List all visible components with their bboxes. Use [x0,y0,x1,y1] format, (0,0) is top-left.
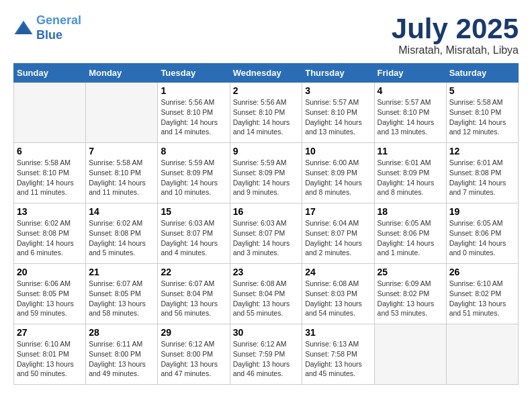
calendar-week-row: 13Sunrise: 6:02 AM Sunset: 8:08 PM Dayli… [14,203,519,264]
logo-blue: Blue [36,28,62,42]
day-info: Sunrise: 6:10 AM Sunset: 8:02 PM Dayligh… [449,279,515,318]
day-info: Sunrise: 6:03 AM Sunset: 8:07 PM Dayligh… [233,218,300,258]
day-number: 7 [89,146,154,156]
day-number: 3 [305,85,371,96]
calendar-cell: 23Sunrise: 6:08 AM Sunset: 8:04 PM Dayli… [230,264,302,324]
day-info: Sunrise: 6:04 AM Sunset: 8:07 PM Dayligh… [305,218,371,258]
day-number: 6 [17,146,83,156]
day-info: Sunrise: 6:08 AM Sunset: 8:04 PM Dayligh… [233,279,300,318]
day-info: Sunrise: 6:00 AM Sunset: 8:09 PM Dayligh… [305,158,371,197]
day-info: Sunrise: 6:07 AM Sunset: 8:05 PM Dayligh… [89,279,154,318]
day-info: Sunrise: 6:09 AM Sunset: 8:02 PM Dayligh… [378,279,443,318]
day-number: 25 [378,267,443,277]
day-number: 10 [305,146,371,156]
calendar-cell: 11Sunrise: 6:01 AM Sunset: 8:09 PM Dayli… [374,143,446,203]
weekday-header: Sunday [14,64,86,83]
day-number: 19 [449,206,515,217]
calendar-cell: 20Sunrise: 6:06 AM Sunset: 8:05 PM Dayli… [14,264,86,324]
day-number: 28 [89,327,154,338]
day-number: 21 [89,267,154,277]
calendar-cell: 9Sunrise: 5:59 AM Sunset: 8:09 PM Daylig… [230,143,302,203]
calendar-week-row: 27Sunrise: 6:10 AM Sunset: 8:01 PM Dayli… [14,324,519,385]
logo-general: General [36,13,81,27]
calendar-week-row: 20Sunrise: 6:06 AM Sunset: 8:05 PM Dayli… [14,264,519,324]
day-info: Sunrise: 5:59 AM Sunset: 8:09 PM Dayligh… [161,158,226,197]
day-number: 11 [378,146,443,156]
calendar-cell: 21Sunrise: 6:07 AM Sunset: 8:05 PM Dayli… [86,264,158,324]
day-number: 13 [17,206,83,217]
day-number: 12 [449,146,515,156]
logo: General Blue [13,13,81,42]
day-number: 24 [305,267,371,277]
calendar-cell: 6Sunrise: 5:58 AM Sunset: 8:10 PM Daylig… [14,143,86,203]
day-number: 14 [89,206,154,217]
calendar-cell [14,83,86,143]
day-info: Sunrise: 6:10 AM Sunset: 8:01 PM Dayligh… [17,339,83,379]
logo-text: General Blue [36,13,81,42]
day-number: 20 [17,267,83,277]
day-info: Sunrise: 6:11 AM Sunset: 8:00 PM Dayligh… [89,339,154,379]
calendar-cell: 13Sunrise: 6:02 AM Sunset: 8:08 PM Dayli… [14,203,86,264]
weekday-header: Wednesday [230,64,302,83]
location: Misratah, Misratah, Libya [392,44,519,56]
weekday-header: Tuesday [158,64,230,83]
calendar-cell: 28Sunrise: 6:11 AM Sunset: 8:00 PM Dayli… [86,324,158,385]
calendar-cell: 14Sunrise: 6:02 AM Sunset: 8:08 PM Dayli… [86,203,158,264]
calendar-table: SundayMondayTuesdayWednesdayThursdayFrid… [13,63,519,385]
calendar-cell: 30Sunrise: 6:12 AM Sunset: 7:59 PM Dayli… [230,324,302,385]
day-number: 31 [305,327,371,338]
calendar-cell: 19Sunrise: 6:05 AM Sunset: 8:06 PM Dayli… [446,203,518,264]
day-number: 22 [161,267,226,277]
title-block: July 2025 Misratah, Misratah, Libya [392,13,519,56]
calendar-cell [374,324,446,385]
day-info: Sunrise: 6:12 AM Sunset: 8:00 PM Dayligh… [161,339,226,379]
day-number: 23 [233,267,300,277]
calendar-week-row: 6Sunrise: 5:58 AM Sunset: 8:10 PM Daylig… [14,143,519,203]
day-number: 9 [233,146,300,156]
calendar-cell: 3Sunrise: 5:57 AM Sunset: 8:10 PM Daylig… [302,83,374,143]
day-info: Sunrise: 5:57 AM Sunset: 8:10 PM Dayligh… [305,97,371,137]
day-info: Sunrise: 6:02 AM Sunset: 8:08 PM Dayligh… [89,218,154,258]
weekday-header: Thursday [302,64,374,83]
page-header: General Blue July 2025 Misratah, Misrata… [13,13,519,56]
weekday-header: Saturday [446,64,518,83]
day-number: 27 [17,327,83,338]
day-info: Sunrise: 6:06 AM Sunset: 8:05 PM Dayligh… [17,279,83,318]
day-info: Sunrise: 6:05 AM Sunset: 8:06 PM Dayligh… [378,218,443,258]
calendar-cell: 10Sunrise: 6:00 AM Sunset: 8:09 PM Dayli… [302,143,374,203]
calendar-cell [446,324,518,385]
day-number: 16 [233,206,300,217]
calendar-cell [86,83,158,143]
day-number: 29 [161,327,226,338]
calendar-cell: 22Sunrise: 6:07 AM Sunset: 8:04 PM Dayli… [158,264,230,324]
day-info: Sunrise: 5:58 AM Sunset: 8:10 PM Dayligh… [17,158,83,197]
calendar-cell: 12Sunrise: 6:01 AM Sunset: 8:08 PM Dayli… [446,143,518,203]
calendar-cell: 8Sunrise: 5:59 AM Sunset: 8:09 PM Daylig… [158,143,230,203]
day-info: Sunrise: 5:59 AM Sunset: 8:09 PM Dayligh… [233,158,300,197]
day-info: Sunrise: 6:12 AM Sunset: 7:59 PM Dayligh… [233,339,300,379]
day-number: 17 [305,206,371,217]
calendar-cell: 16Sunrise: 6:03 AM Sunset: 8:07 PM Dayli… [230,203,302,264]
calendar-cell: 1Sunrise: 5:56 AM Sunset: 8:10 PM Daylig… [158,83,230,143]
day-number: 1 [161,85,226,96]
day-info: Sunrise: 6:05 AM Sunset: 8:06 PM Dayligh… [449,218,515,258]
day-number: 30 [233,327,300,338]
month-title: July 2025 [392,13,519,44]
day-number: 4 [378,85,443,96]
day-info: Sunrise: 6:07 AM Sunset: 8:04 PM Dayligh… [161,279,226,318]
calendar-cell: 26Sunrise: 6:10 AM Sunset: 8:02 PM Dayli… [446,264,518,324]
calendar-cell: 27Sunrise: 6:10 AM Sunset: 8:01 PM Dayli… [14,324,86,385]
calendar-week-row: 1Sunrise: 5:56 AM Sunset: 8:10 PM Daylig… [14,83,519,143]
day-info: Sunrise: 6:01 AM Sunset: 8:09 PM Dayligh… [378,158,443,197]
day-info: Sunrise: 5:58 AM Sunset: 8:10 PM Dayligh… [89,158,154,197]
day-info: Sunrise: 6:08 AM Sunset: 8:03 PM Dayligh… [305,279,371,318]
day-info: Sunrise: 6:01 AM Sunset: 8:08 PM Dayligh… [449,158,515,197]
weekday-header: Friday [374,64,446,83]
weekday-header: Monday [86,64,158,83]
calendar-cell: 15Sunrise: 6:03 AM Sunset: 8:07 PM Dayli… [158,203,230,264]
day-number: 15 [161,206,226,217]
day-number: 2 [233,85,300,96]
day-info: Sunrise: 6:03 AM Sunset: 8:07 PM Dayligh… [161,218,226,258]
calendar-header-row: SundayMondayTuesdayWednesdayThursdayFrid… [14,64,519,83]
calendar-cell: 7Sunrise: 5:58 AM Sunset: 8:10 PM Daylig… [86,143,158,203]
